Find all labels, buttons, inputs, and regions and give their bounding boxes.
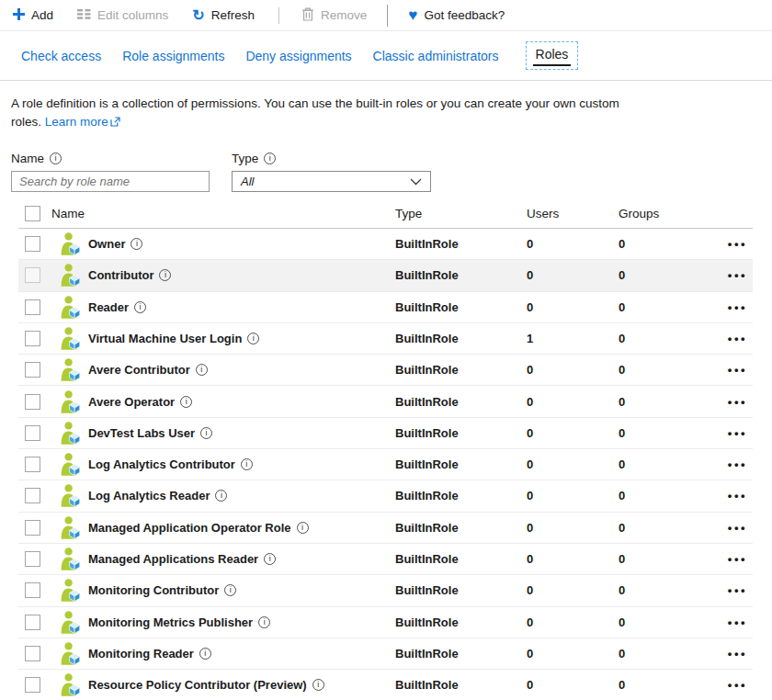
row-context-menu-button[interactable] (728, 363, 753, 377)
role-name: Owner (88, 237, 125, 251)
chevron-down-icon (410, 175, 422, 188)
role-groups-count: 0 (619, 237, 721, 251)
row-checkbox[interactable] (25, 615, 40, 630)
info-icon[interactable] (180, 396, 192, 408)
table-row[interactable]: Avere Operator BuiltInRole 0 0 (18, 386, 753, 417)
row-checkbox[interactable] (25, 267, 40, 283)
tab-bar: Check access Role assignments Deny assig… (0, 31, 772, 81)
table-row[interactable]: Resource Policy Contributor (Preview) Bu… (18, 670, 753, 700)
row-context-menu-button[interactable] (728, 489, 753, 502)
table-header-row: Name Type Users Groups (18, 200, 753, 229)
role-groups-count: 0 (619, 521, 721, 535)
edit-columns-label: Edit columns (97, 8, 168, 22)
table-row[interactable]: Owner BuiltInRole 0 0 (18, 229, 753, 260)
table-row[interactable]: Virtual Machine User Login BuiltInRole 1… (18, 323, 753, 355)
row-checkbox[interactable] (25, 582, 40, 598)
feedback-button[interactable]: ♥ Got feedback? (408, 7, 505, 23)
row-checkbox[interactable] (25, 331, 40, 346)
info-icon[interactable] (264, 152, 276, 164)
role-type: BuiltInRole (395, 647, 527, 660)
type-dropdown[interactable]: All (232, 171, 431, 192)
info-icon[interactable] (297, 522, 309, 534)
tab-role-assignments[interactable]: Role assignments (120, 43, 226, 69)
edit-columns-button[interactable]: Edit columns (77, 8, 168, 22)
row-context-menu-button[interactable] (728, 615, 753, 629)
info-icon[interactable] (247, 333, 259, 344)
table-row[interactable]: DevTest Labs User BuiltInRole 0 0 (18, 418, 753, 449)
row-checkbox[interactable] (25, 394, 40, 410)
role-users-count: 0 (527, 426, 619, 440)
tab-classic-administrators[interactable]: Classic administrators (371, 43, 501, 69)
role-type: BuiltInRole (395, 521, 527, 535)
table-row[interactable]: Contributor BuiltInRole 0 0 (18, 260, 753, 291)
row-context-menu-button[interactable] (728, 552, 753, 566)
remove-button[interactable]: Remove (301, 7, 367, 24)
info-icon[interactable] (134, 301, 146, 313)
row-context-menu-button[interactable] (728, 426, 753, 440)
row-checkbox[interactable] (25, 425, 40, 441)
row-checkbox[interactable] (25, 488, 40, 503)
feedback-label: Got feedback? (424, 8, 505, 22)
role-type: BuiltInRole (395, 678, 527, 692)
role-name: Avere Operator (88, 395, 175, 409)
external-link-icon (110, 116, 120, 130)
info-icon[interactable] (196, 364, 208, 376)
info-icon[interactable] (224, 584, 236, 596)
role-name-search-input[interactable] (11, 171, 210, 192)
row-checkbox[interactable] (25, 551, 40, 567)
table-row[interactable]: Avere Contributor BuiltInRole 0 0 (18, 355, 753, 386)
row-context-menu-button[interactable] (728, 268, 753, 282)
role-icon (61, 548, 88, 570)
row-context-menu-button[interactable] (728, 647, 753, 660)
info-icon[interactable] (200, 427, 212, 439)
row-context-menu-button[interactable] (728, 300, 753, 314)
table-row[interactable]: Managed Applications Reader BuiltInRole … (18, 544, 753, 575)
row-context-menu-button[interactable] (728, 457, 753, 471)
row-checkbox[interactable] (25, 520, 40, 536)
row-context-menu-button[interactable] (728, 395, 753, 409)
tab-deny-assignments[interactable]: Deny assignments (244, 43, 353, 69)
info-icon[interactable] (258, 616, 270, 628)
role-name: DevTest Labs User (88, 426, 195, 440)
heart-icon: ♥ (408, 7, 417, 23)
row-context-menu-button[interactable] (728, 237, 753, 251)
table-row[interactable]: Monitoring Metrics Publisher BuiltInRole… (18, 607, 753, 638)
table-row[interactable]: Managed Application Operator Role BuiltI… (18, 513, 753, 544)
trash-icon (301, 7, 314, 24)
table-row[interactable]: Monitoring Contributor BuiltInRole 0 0 (18, 575, 753, 606)
role-type: BuiltInRole (395, 552, 527, 566)
row-checkbox[interactable] (25, 646, 40, 661)
row-checkbox[interactable] (25, 299, 40, 315)
table-row[interactable]: Log Analytics Contributor BuiltInRole 0 … (18, 449, 753, 480)
info-icon[interactable] (241, 458, 253, 470)
tab-roles[interactable]: Roles (526, 41, 579, 70)
info-icon[interactable] (159, 269, 171, 281)
role-name: Monitoring Reader (88, 647, 194, 660)
role-name: Managed Applications Reader (88, 552, 258, 566)
info-icon[interactable] (215, 490, 227, 502)
learn-more-link[interactable]: Learn more (45, 115, 108, 129)
row-checkbox[interactable] (25, 677, 40, 693)
row-context-menu-button[interactable] (728, 521, 753, 535)
row-context-menu-button[interactable] (728, 332, 753, 345)
role-type: BuiltInRole (395, 615, 527, 629)
info-icon[interactable] (264, 553, 276, 565)
table-row[interactable]: Monitoring Reader BuiltInRole 0 0 (18, 638, 753, 670)
refresh-button[interactable]: ↻ Refresh (192, 8, 255, 23)
row-checkbox[interactable] (25, 362, 40, 378)
info-icon[interactable] (199, 648, 211, 660)
table-row[interactable]: Reader BuiltInRole 0 0 (18, 292, 753, 323)
info-icon[interactable] (312, 679, 324, 691)
table-row[interactable]: Log Analytics Reader BuiltInRole 0 0 (18, 480, 753, 512)
info-icon[interactable] (50, 152, 62, 164)
add-button[interactable]: Add (13, 8, 53, 23)
row-context-menu-button[interactable] (728, 678, 753, 692)
info-icon[interactable] (131, 238, 142, 250)
row-context-menu-button[interactable] (728, 583, 753, 597)
role-groups-count: 0 (619, 300, 721, 314)
row-checkbox[interactable] (25, 457, 40, 472)
select-all-checkbox[interactable] (25, 206, 40, 221)
tab-check-access[interactable]: Check access (19, 43, 103, 69)
role-type: BuiltInRole (395, 426, 527, 440)
row-checkbox[interactable] (25, 236, 40, 252)
